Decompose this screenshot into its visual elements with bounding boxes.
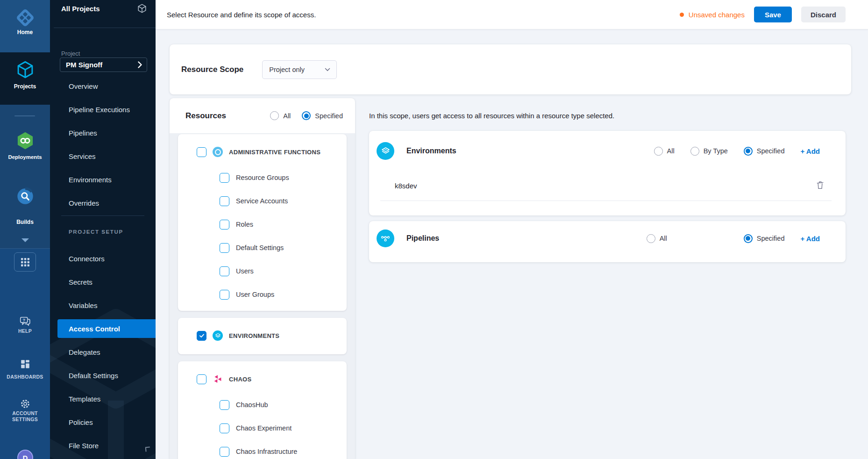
dashboards-icon[interactable] — [20, 359, 30, 371]
rail-label-home[interactable]: Home — [0, 29, 50, 36]
sidenav-item-pipeline-executions[interactable]: Pipeline Executions — [50, 98, 156, 121]
resource-scope-dropdown[interactable]: Project only — [262, 60, 337, 79]
sidenav-item-environments[interactable]: Environments — [50, 168, 156, 191]
resource-type-default-settings[interactable]: Default Settings — [178, 236, 347, 259]
cube-icon[interactable] — [137, 3, 147, 15]
checkbox[interactable] — [220, 196, 229, 206]
rail-divider — [14, 115, 35, 116]
radio-icon[interactable] — [270, 111, 279, 120]
checkbox[interactable] — [220, 173, 229, 183]
rail-label-builds[interactable]: Builds — [0, 219, 50, 225]
card-title: Environments — [406, 147, 456, 155]
group-header-row[interactable]: ENVIRONMENTS — [178, 322, 347, 350]
unsaved-changes-label: Unsaved changes — [689, 11, 745, 19]
radio-icon[interactable] — [744, 234, 753, 243]
pipelines-icon — [377, 230, 394, 247]
checkbox[interactable] — [220, 266, 229, 276]
radio-icon[interactable] — [647, 234, 655, 243]
resource-type-chaos-infrastructure[interactable]: Chaos Infrastructure — [178, 440, 347, 459]
sidenav-item-secrets[interactable]: Secrets — [50, 270, 156, 294]
project-setup-menu: Connectors Secrets Variables Access Cont… — [50, 247, 156, 457]
rail-label-help[interactable]: HELP — [0, 328, 50, 334]
resource-type-service-accounts[interactable]: Service Accounts — [178, 189, 347, 213]
checkbox[interactable] — [197, 147, 206, 157]
projects-cube-icon[interactable] — [15, 60, 35, 81]
resource-type-user-groups[interactable]: User Groups — [178, 283, 347, 306]
checkbox[interactable] — [220, 447, 229, 457]
save-button[interactable]: Save — [754, 7, 792, 22]
sidenav-item-variables[interactable]: Variables — [50, 294, 156, 317]
deployments-icon[interactable] — [15, 131, 35, 152]
home-icon[interactable] — [15, 7, 36, 30]
resource-type-users[interactable]: Users — [178, 259, 347, 283]
unsaved-dot-icon — [680, 13, 684, 17]
sidenav-item-delegates[interactable]: Delegates — [50, 340, 156, 364]
resource-group-environments: ENVIRONMENTS — [178, 318, 347, 354]
trash-icon[interactable] — [816, 180, 825, 191]
add-pipeline-link[interactable]: + Add — [800, 235, 820, 243]
resources-radio-group: All Specified — [270, 111, 343, 120]
collapse-sidenav-icon[interactable] — [142, 444, 152, 455]
resource-type-label: Chaos Experiment — [236, 424, 292, 432]
radio-option-all[interactable]: All — [270, 111, 291, 120]
radio-label: Specified — [757, 235, 785, 242]
topbar-actions: Unsaved changes Save Discard — [680, 7, 846, 22]
radio-icon[interactable] — [654, 147, 663, 156]
sidenav-item-overview[interactable]: Overview — [50, 74, 156, 98]
checkbox[interactable] — [220, 400, 229, 410]
radio-option-specified[interactable]: Specified — [744, 234, 785, 243]
checkbox[interactable] — [220, 243, 229, 253]
rail-label-projects[interactable]: Projects — [0, 83, 50, 90]
resource-type-chaos-experiment[interactable]: Chaos Experiment — [178, 416, 347, 440]
sidenav-item-overrides[interactable]: Overrides — [50, 191, 156, 215]
radio-icon[interactable] — [302, 111, 311, 120]
card-controls: All Specified + Add — [647, 234, 820, 243]
chevron-down-icon[interactable] — [21, 236, 29, 244]
radio-icon[interactable] — [744, 147, 753, 156]
resources-title: Resources — [185, 111, 226, 121]
help-icon[interactable]: ? — [19, 316, 31, 329]
module-picker-button[interactable] — [14, 252, 36, 272]
resource-group-administrative-functions: ADMINISTRATIVE FUNCTIONS Resource Groups… — [178, 134, 347, 311]
resource-type-roles[interactable]: Roles — [178, 213, 347, 236]
checkbox[interactable] — [220, 220, 229, 230]
checkbox[interactable] — [220, 423, 229, 433]
radio-option-all[interactable]: All — [654, 147, 675, 156]
project-selector[interactable]: PM Signoff — [60, 57, 147, 72]
rail-label-account-settings[interactable]: ACCOUNT SETTINGS — [0, 410, 50, 423]
rail-label-deployments[interactable]: Deployments — [0, 154, 50, 160]
resource-type-chaoshub[interactable]: ChaosHub — [178, 393, 347, 416]
radio-option-specified[interactable]: Specified — [744, 147, 785, 156]
checkbox[interactable] — [197, 331, 206, 341]
resource-groups-tray: ADMINISTRATIVE FUNCTIONS Resource Groups… — [170, 133, 355, 459]
sidenav-item-access-control[interactable]: Access Control — [57, 319, 156, 338]
sidenav-item-policies[interactable]: Policies — [50, 410, 156, 434]
sidenav-item-default-settings[interactable]: Default Settings — [50, 364, 156, 387]
resource-type-label: Chaos Infrastructure — [236, 448, 297, 455]
sidenav-item-connectors[interactable]: Connectors — [50, 247, 156, 270]
resource-scope-card: Resource Scope Project only — [170, 44, 851, 94]
radio-option-specified[interactable]: Specified — [302, 111, 343, 120]
checkbox[interactable] — [197, 374, 206, 384]
radio-option-all[interactable]: All — [647, 234, 667, 243]
sidenav-item-templates[interactable]: Templates — [50, 387, 156, 410]
radio-icon[interactable] — [690, 147, 699, 156]
builds-icon[interactable] — [16, 187, 35, 208]
page-title: Select Resource and define its scope of … — [167, 11, 316, 19]
resource-type-label: Resource Groups — [236, 174, 289, 181]
all-projects-link[interactable]: All Projects — [61, 5, 100, 13]
resource-type-resource-groups[interactable]: Resource Groups — [178, 166, 347, 189]
sidenav-item-file-store[interactable]: File Store — [50, 434, 156, 457]
sidenav-item-pipelines[interactable]: Pipelines — [50, 121, 156, 144]
gear-icon[interactable] — [20, 398, 31, 411]
checkbox[interactable] — [220, 290, 229, 300]
group-header-row[interactable]: CHAOS — [178, 365, 347, 393]
radio-option-by-type[interactable]: By Type — [690, 147, 728, 156]
rail-label-dashboards[interactable]: DASHBOARDS — [0, 374, 50, 380]
resource-type-label: Default Settings — [236, 244, 284, 251]
group-header-row[interactable]: ADMINISTRATIVE FUNCTIONS — [178, 138, 347, 166]
resources-panel: Resources All Specified — [170, 98, 355, 459]
add-environment-link[interactable]: + Add — [800, 147, 820, 155]
discard-button[interactable]: Discard — [801, 7, 846, 22]
sidenav-item-services[interactable]: Services — [50, 144, 156, 168]
